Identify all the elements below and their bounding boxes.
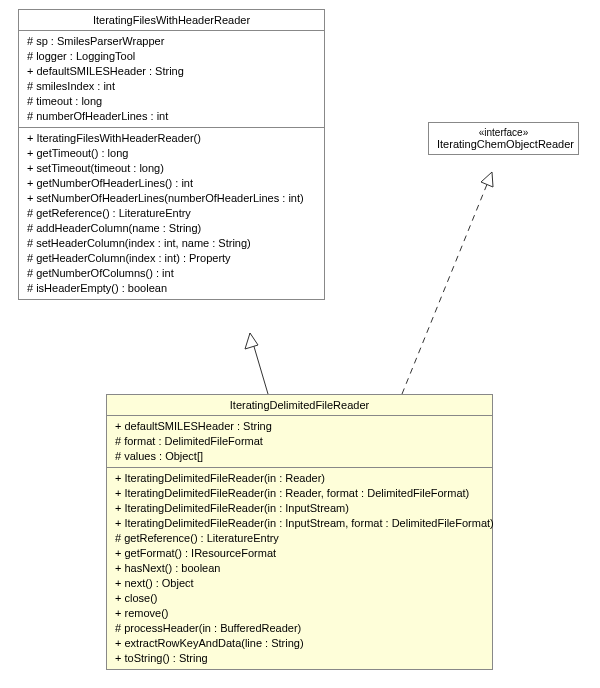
member-row: + IteratingFilesWithHeaderReader(): [27, 131, 316, 146]
member-row: + IteratingDelimitedFileReader(in : Read…: [115, 486, 484, 501]
member-row: # addHeaderColumn(name : String): [27, 221, 316, 236]
class-iterating-files-with-header-reader: IteratingFilesWithHeaderReader # sp : Sm…: [18, 9, 325, 300]
stereotype-label: «interface»: [437, 127, 570, 138]
class-title: IteratingFilesWithHeaderReader: [19, 10, 324, 31]
svg-line-2: [402, 172, 492, 394]
member-row: + getNumberOfHeaderLines() : int: [27, 176, 316, 191]
svg-line-0: [250, 333, 268, 394]
member-row: # numberOfHeaderLines : int: [27, 109, 316, 124]
member-row: # getReference() : LiteratureEntry: [27, 206, 316, 221]
interface-iterating-chem-object-reader: «interface» IteratingChemObjectReader: [428, 122, 579, 155]
member-row: # smilesIndex : int: [27, 79, 316, 94]
svg-marker-1: [245, 333, 258, 349]
member-row: # logger : LoggingTool: [27, 49, 316, 64]
svg-marker-3: [481, 172, 493, 187]
member-row: # getHeaderColumn(index : int) : Propert…: [27, 251, 316, 266]
member-row: # timeout : long: [27, 94, 316, 109]
member-row: + toString() : String: [115, 651, 484, 666]
member-row: + remove(): [115, 606, 484, 621]
operations-section: + IteratingFilesWithHeaderReader()+ getT…: [19, 128, 324, 299]
member-row: # isHeaderEmpty() : boolean: [27, 281, 316, 296]
attributes-section: + defaultSMILESHeader : String# format :…: [107, 416, 492, 468]
member-row: # getReference() : LiteratureEntry: [115, 531, 484, 546]
member-row: # processHeader(in : BufferedReader): [115, 621, 484, 636]
member-row: + defaultSMILESHeader : String: [115, 419, 484, 434]
member-row: + getTimeout() : long: [27, 146, 316, 161]
member-row: + IteratingDelimitedFileReader(in : Inpu…: [115, 516, 484, 531]
member-row: # values : Object[]: [115, 449, 484, 464]
member-row: # setHeaderColumn(index : int, name : St…: [27, 236, 316, 251]
attributes-section: # sp : SmilesParserWrapper# logger : Log…: [19, 31, 324, 128]
member-row: # sp : SmilesParserWrapper: [27, 34, 316, 49]
class-title: IteratingDelimitedFileReader: [107, 395, 492, 416]
member-row: # getNumberOfColumns() : int: [27, 266, 316, 281]
member-row: + extractRowKeyAndData(line : String): [115, 636, 484, 651]
member-row: + close(): [115, 591, 484, 606]
member-row: + next() : Object: [115, 576, 484, 591]
member-row: + IteratingDelimitedFileReader(in : Inpu…: [115, 501, 484, 516]
member-row: + hasNext() : boolean: [115, 561, 484, 576]
member-row: + getFormat() : IResourceFormat: [115, 546, 484, 561]
member-row: + IteratingDelimitedFileReader(in : Read…: [115, 471, 484, 486]
operations-section: + IteratingDelimitedFileReader(in : Read…: [107, 468, 492, 669]
interface-title: «interface» IteratingChemObjectReader: [429, 123, 578, 154]
interface-name: IteratingChemObjectReader: [437, 138, 570, 150]
class-iterating-delimited-file-reader: IteratingDelimitedFileReader + defaultSM…: [106, 394, 493, 670]
member-row: + setNumberOfHeaderLines(numberOfHeaderL…: [27, 191, 316, 206]
member-row: # format : DelimitedFileFormat: [115, 434, 484, 449]
member-row: + setTimeout(timeout : long): [27, 161, 316, 176]
member-row: + defaultSMILESHeader : String: [27, 64, 316, 79]
